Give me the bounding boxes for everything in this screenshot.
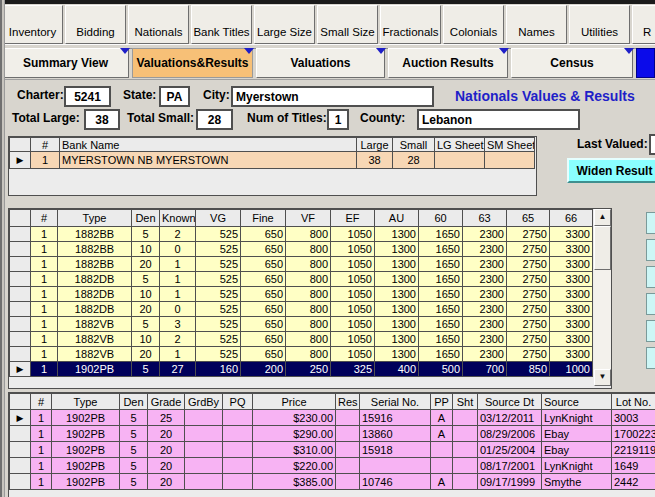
cell[interactable]: 525	[196, 272, 241, 287]
cell[interactable]: $220.00	[253, 458, 336, 474]
row-selector[interactable]	[10, 347, 31, 362]
cell[interactable]: 650	[241, 227, 286, 242]
cell[interactable]: 1	[31, 332, 58, 347]
cell[interactable]: $385.00	[253, 474, 336, 490]
cell[interactable]: 525	[196, 242, 241, 257]
cell[interactable]: 5	[132, 272, 160, 287]
row-selector[interactable]	[10, 227, 31, 242]
current-row-marker-icon[interactable]: ▶	[10, 362, 31, 377]
top-tab-utilities[interactable]: Utilities	[569, 5, 630, 44]
cell[interactable]: 15918	[360, 442, 431, 458]
cell[interactable]: 1650	[419, 332, 463, 347]
cell[interactable]: 1	[31, 272, 58, 287]
cell[interactable]: 08/17/2001	[478, 458, 542, 474]
cell[interactable]: 650	[241, 257, 286, 272]
cell[interactable]: Ebay	[542, 442, 612, 458]
cell[interactable]: 2300	[463, 257, 507, 272]
cell[interactable]	[485, 152, 535, 169]
cell[interactable]: 650	[241, 272, 286, 287]
cell[interactable]: 10	[132, 332, 160, 347]
sub-tab-summary-view[interactable]: Summary View	[2, 48, 129, 78]
cell[interactable]: 1050	[331, 257, 375, 272]
cell[interactable]: 2750	[507, 317, 550, 332]
row-selector[interactable]	[10, 242, 31, 257]
cell[interactable]: 1902PB	[58, 362, 132, 377]
cell[interactable]: 10	[132, 287, 160, 302]
cell[interactable]: 09/17/1999	[478, 474, 542, 490]
cell[interactable]: 2750	[507, 227, 550, 242]
cell[interactable]: 525	[196, 287, 241, 302]
cell[interactable]: 1902PB	[52, 458, 120, 474]
cell[interactable]	[336, 474, 360, 490]
cell[interactable]: 525	[196, 332, 241, 347]
cell[interactable]: 1	[31, 152, 60, 169]
cell[interactable]	[336, 410, 360, 426]
cell[interactable]: 800	[286, 317, 331, 332]
cell[interactable]: 15916	[360, 410, 431, 426]
total-large-input[interactable]	[84, 109, 120, 130]
cell[interactable]: 1902PB	[52, 442, 120, 458]
cell[interactable]: 1	[31, 242, 58, 257]
cell[interactable]: LynKnight	[542, 410, 612, 426]
cell[interactable]: 1902PB	[52, 410, 120, 426]
widen-results-button[interactable]: Widen Result	[567, 158, 655, 183]
cell[interactable]: 1300	[375, 272, 419, 287]
cell[interactable]: 1300	[375, 287, 419, 302]
cell[interactable]: 1050	[331, 332, 375, 347]
cell[interactable]: 1650	[419, 317, 463, 332]
cell[interactable]: 5	[132, 227, 160, 242]
side-button-stub[interactable]	[646, 320, 655, 342]
cell[interactable]: 1	[31, 474, 52, 490]
cell[interactable]: 1902PB	[52, 426, 120, 442]
num-titles-input[interactable]	[327, 109, 349, 130]
cell[interactable]: 2219119	[612, 442, 655, 458]
cell[interactable]: 800	[286, 287, 331, 302]
cell[interactable]: 2300	[463, 272, 507, 287]
cell[interactable]: 03/12/2011	[478, 410, 542, 426]
cell[interactable]	[336, 426, 360, 442]
cell[interactable]: 25	[148, 410, 185, 426]
cell[interactable]: 1882DB	[58, 302, 132, 317]
cell[interactable]	[185, 442, 223, 458]
cell[interactable]: 20	[132, 347, 160, 362]
cell[interactable]: 2750	[507, 242, 550, 257]
cell[interactable]: 1	[31, 317, 58, 332]
current-row-marker-icon[interactable]: ▶	[10, 410, 31, 426]
cell[interactable]: 1300	[375, 257, 419, 272]
cell[interactable]: 1882BB	[58, 227, 132, 242]
cell[interactable]: 800	[286, 227, 331, 242]
last-valued-input[interactable]	[649, 134, 655, 155]
cell[interactable]: 1	[160, 257, 196, 272]
cell[interactable]: 1050	[331, 347, 375, 362]
cell[interactable]: 1882BB	[58, 242, 132, 257]
cell[interactable]: 20	[148, 458, 185, 474]
cell[interactable]: MYERSTOWN NB MYERSTOWN	[60, 152, 357, 169]
cell[interactable]: 1050	[331, 302, 375, 317]
cell[interactable]: 650	[241, 287, 286, 302]
cell[interactable]: 1000	[550, 362, 593, 377]
cell[interactable]	[185, 458, 223, 474]
top-tab-colonials[interactable]: Colonials	[443, 5, 504, 44]
cell[interactable]: 1050	[331, 227, 375, 242]
cell[interactable]: 1	[31, 410, 52, 426]
cell[interactable]: 160	[196, 362, 241, 377]
cell[interactable]: 3300	[550, 302, 593, 317]
cell[interactable]	[431, 458, 453, 474]
cell[interactable]	[223, 410, 253, 426]
cell[interactable]: 3300	[550, 227, 593, 242]
cell[interactable]: 1300	[375, 332, 419, 347]
cell[interactable]: 500	[419, 362, 463, 377]
cell[interactable]: 1882VB	[58, 332, 132, 347]
cell[interactable]: 1882DB	[58, 272, 132, 287]
cell[interactable]: 3300	[550, 272, 593, 287]
cell[interactable]: 10746	[360, 474, 431, 490]
cell[interactable]: 2300	[463, 317, 507, 332]
cell[interactable]: 800	[286, 257, 331, 272]
row-selector[interactable]	[10, 426, 31, 442]
cell[interactable]	[360, 458, 431, 474]
cell[interactable]: 800	[286, 302, 331, 317]
cell[interactable]: 1300	[375, 227, 419, 242]
cell[interactable]: 1300	[375, 302, 419, 317]
cell[interactable]	[336, 458, 360, 474]
cell[interactable]: $230.00	[253, 410, 336, 426]
